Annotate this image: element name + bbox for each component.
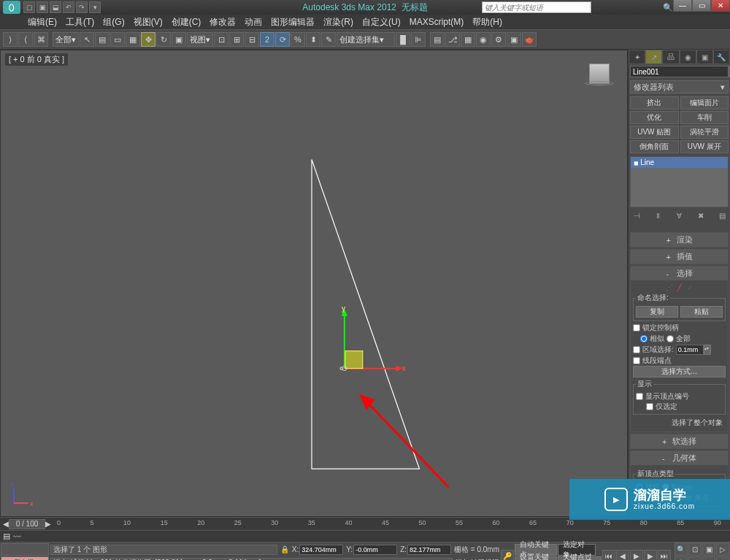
tab-modify[interactable]: ↗ bbox=[645, 50, 662, 64]
add-time-tag[interactable]: 添加时间标记 bbox=[456, 558, 499, 561]
track-bar[interactable]: ▤ 〰 bbox=[0, 530, 730, 542]
save-icon[interactable]: ⬓ bbox=[50, 1, 61, 13]
curve-editor-icon[interactable]: ⎇ bbox=[445, 32, 460, 47]
menu-views[interactable]: 视图(V) bbox=[129, 15, 167, 30]
modifier-list-drop[interactable]: 修改器列表▾ bbox=[630, 80, 729, 93]
link-icon[interactable]: ⟩ bbox=[3, 32, 18, 47]
unique-icon[interactable]: ∀ bbox=[675, 210, 685, 220]
remove-mod-icon[interactable]: ✖ bbox=[696, 210, 706, 220]
edit-named-sel-icon[interactable]: ✎ bbox=[321, 32, 336, 47]
select-name-icon[interactable]: ▤ bbox=[95, 32, 110, 47]
search-icon[interactable]: 🔍 bbox=[662, 1, 674, 13]
setkey-button[interactable]: 设置关键点 bbox=[515, 556, 557, 560]
undo-icon[interactable]: ↶ bbox=[63, 1, 74, 13]
pan-icon[interactable]: ✋ bbox=[675, 556, 688, 560]
subobj-segment-icon[interactable]: ╱ bbox=[677, 283, 682, 291]
coord-z[interactable]: Z: bbox=[400, 545, 451, 555]
goto-end-icon[interactable]: ⏭ bbox=[658, 550, 671, 561]
track-prev-icon[interactable]: ◀ bbox=[3, 520, 9, 528]
maximize-button[interactable]: ▭ bbox=[692, 0, 711, 12]
goto-start-icon[interactable]: ⏮ bbox=[602, 550, 615, 561]
mod-uvwunwrap[interactable]: UVW 展开 bbox=[680, 140, 729, 153]
prev-frame-icon[interactable]: ◀ bbox=[616, 550, 629, 561]
area-select-check[interactable]: 区域选择: bbox=[633, 345, 674, 355]
align-icon[interactable]: ⊫ bbox=[411, 32, 426, 47]
new-icon[interactable]: ▢ bbox=[23, 1, 35, 13]
angle-snap-icon[interactable]: ⟳ bbox=[275, 32, 290, 47]
area-select-spinner[interactable]: ▴▾ bbox=[676, 345, 711, 355]
orbit-icon[interactable]: ⭮ bbox=[688, 556, 702, 560]
zoom-icon[interactable]: 🔍 bbox=[675, 542, 688, 556]
selection-filter[interactable]: 全部 ▾ bbox=[53, 32, 79, 47]
select-move-icon[interactable]: ✥ bbox=[141, 32, 155, 47]
mod-lathe[interactable]: 车削 bbox=[680, 111, 729, 124]
render-frame-icon[interactable]: ▣ bbox=[507, 32, 521, 47]
manipulate-icon[interactable]: ⊞ bbox=[229, 32, 244, 47]
select-rotate-icon[interactable]: ↻ bbox=[156, 32, 171, 47]
paste-button[interactable]: 粘贴 bbox=[680, 306, 723, 318]
named-sel-drop[interactable]: 创建选择集 ▾ bbox=[337, 32, 395, 47]
lock-selection-icon[interactable]: 🔒 bbox=[280, 545, 289, 553]
menu-graph[interactable]: 图形编辑器 bbox=[266, 15, 319, 30]
unlink-icon[interactable]: ⟨ bbox=[18, 32, 33, 47]
keyfilter-button[interactable]: 关键点过滤器 bbox=[558, 556, 602, 560]
help-search-input[interactable] bbox=[482, 1, 591, 13]
mirror-icon[interactable]: ▐▌ bbox=[396, 32, 410, 47]
selected-only-check[interactable]: 仅选定 bbox=[636, 402, 723, 412]
segment-end-check[interactable]: 线段端点 bbox=[633, 356, 726, 366]
object-name-field[interactable] bbox=[630, 66, 729, 77]
menu-create[interactable]: 创建(C) bbox=[167, 15, 206, 30]
menu-modifiers[interactable]: 修改器 bbox=[205, 15, 240, 30]
coord-x[interactable]: X: bbox=[292, 545, 343, 555]
menu-maxscript[interactable]: MAXScript(M) bbox=[405, 15, 469, 28]
menu-animation[interactable]: 动画 bbox=[240, 15, 266, 30]
menu-help[interactable]: 帮助(H) bbox=[468, 15, 507, 30]
tab-display[interactable]: ▣ bbox=[696, 50, 713, 64]
tab-utilities[interactable]: 🔧 bbox=[713, 50, 730, 64]
bind-icon[interactable]: ⌘ bbox=[34, 32, 48, 47]
show-end-icon[interactable]: Ⅱ bbox=[653, 210, 663, 220]
menu-render[interactable]: 渲染(R) bbox=[319, 15, 358, 30]
schematic-icon[interactable]: ▦ bbox=[461, 32, 475, 47]
mod-bevelprof[interactable]: 倒角剖面 bbox=[630, 140, 679, 153]
select-by-button[interactable]: 选择方式... bbox=[633, 366, 726, 377]
mod-turbosmooth[interactable]: 涡轮平滑 bbox=[680, 126, 729, 139]
minimize-button[interactable]: — bbox=[673, 0, 692, 12]
select-region-icon[interactable]: ▭ bbox=[110, 32, 125, 47]
modifier-stack[interactable]: Line bbox=[630, 156, 729, 207]
viewport-label[interactable]: [ + 0 前 0 真实 ] bbox=[5, 53, 68, 66]
zoom-ext-icon[interactable]: ▣ bbox=[702, 542, 715, 556]
tab-create[interactable]: ✦ bbox=[629, 50, 645, 64]
close-button[interactable]: ✕ bbox=[711, 0, 730, 12]
redo-icon[interactable]: ↷ bbox=[76, 1, 88, 13]
select-scale-icon[interactable]: ▣ bbox=[172, 32, 186, 47]
tab-hierarchy[interactable]: 品 bbox=[662, 50, 679, 64]
menu-tools[interactable]: 工具(T) bbox=[61, 15, 99, 30]
percent-snap-icon[interactable]: % bbox=[291, 32, 305, 47]
copy-button[interactable]: 复制 bbox=[636, 306, 678, 318]
track-next-icon[interactable]: ▶ bbox=[45, 520, 51, 528]
next-frame-icon[interactable]: ▶ bbox=[644, 550, 657, 561]
mod-editpatch[interactable]: 编辑面片 bbox=[680, 96, 729, 110]
trackbar-curve-icon[interactable]: 〰 bbox=[13, 532, 21, 541]
viewport[interactable]: [ + 0 前 0 真实 ] y x z x bbox=[0, 50, 628, 517]
mod-optimize[interactable]: 优化 bbox=[630, 111, 679, 124]
time-ruler[interactable]: 051015202530354045505560657075808590 bbox=[54, 519, 724, 529]
tangent-all-radio[interactable]: 全部 bbox=[666, 334, 691, 344]
material-editor-icon[interactable]: ◉ bbox=[476, 32, 491, 47]
stack-item-line[interactable]: Line bbox=[631, 157, 728, 168]
play-icon[interactable]: ▶ bbox=[630, 550, 643, 561]
setkey-icon[interactable]: 🔑 bbox=[501, 550, 514, 561]
trackbar-toggle-icon[interactable]: ▤ bbox=[3, 532, 10, 541]
current-row-label[interactable]: 所在行: bbox=[1, 556, 49, 560]
mod-uvwmap[interactable]: UVW 贴图 bbox=[630, 126, 679, 139]
subobj-vertex-icon[interactable]: ⋰ bbox=[666, 283, 673, 291]
render-setup-icon[interactable]: ⚙ bbox=[491, 32, 506, 47]
spinner-snap-icon[interactable]: ⬍ bbox=[306, 32, 320, 47]
subobj-spline-icon[interactable]: ⟋ bbox=[686, 283, 694, 291]
open-icon[interactable]: ▣ bbox=[36, 1, 48, 13]
vpconfig-icon[interactable]: ⊞ bbox=[716, 556, 729, 560]
keymode-icon[interactable]: ⊟ bbox=[245, 32, 259, 47]
menu-custom[interactable]: 自定义(U) bbox=[358, 15, 405, 30]
viewcube[interactable] bbox=[585, 64, 614, 93]
